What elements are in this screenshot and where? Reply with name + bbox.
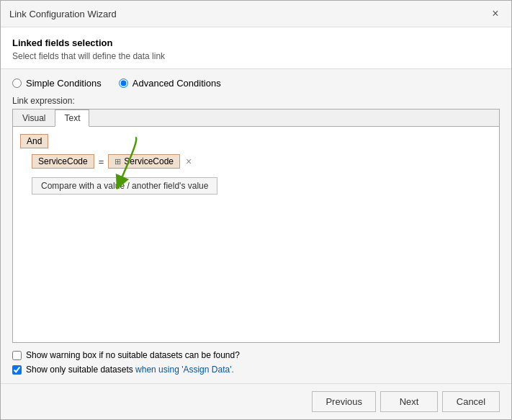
suitable-label-highlighted: when using 'Assign Data'. (133, 365, 234, 375)
right-field-badge: ⊞ ServiceCode (108, 154, 180, 169)
close-button[interactable]: × (488, 6, 503, 21)
advanced-conditions-radio[interactable] (119, 79, 128, 88)
and-operator-badge: And (20, 134, 48, 148)
tab-visual[interactable]: Visual (13, 110, 55, 126)
tab-bar: Visual Text (13, 110, 499, 127)
advanced-conditions-label: Advanced Conditions (133, 78, 221, 89)
header-section: Linked fields selection Select fields th… (1, 27, 511, 69)
link-expression-label: Link expression: (12, 96, 500, 106)
cancel-button[interactable]: Cancel (442, 391, 500, 412)
warn-checkbox[interactable] (12, 351, 22, 360)
advanced-conditions-option[interactable]: Advanced Conditions (119, 78, 221, 89)
previous-button[interactable]: Previous (312, 391, 376, 412)
simple-conditions-radio[interactable] (12, 79, 22, 88)
right-field-label: ServiceCode (124, 156, 174, 166)
next-button[interactable]: Next (380, 391, 438, 412)
tab-content-area: And ServiceCode = ⊞ ServiceCode × Compar… (13, 127, 499, 342)
equals-sign: = (99, 156, 104, 167)
condition-type-radio-group: Simple Conditions Advanced Conditions (12, 78, 500, 89)
warn-label: Show warning box if no suitable datasets… (26, 350, 240, 360)
options-section: Show warning box if no suitable datasets… (12, 350, 500, 375)
simple-conditions-label: Simple Conditions (26, 78, 102, 89)
content-area: Simple Conditions Advanced Conditions Li… (1, 69, 511, 383)
title-bar: Link Configuration Wizard × (1, 1, 511, 27)
suitable-label: Show only suitable datasets when using '… (26, 365, 234, 375)
simple-conditions-option[interactable]: Simple Conditions (12, 78, 102, 89)
tab-text[interactable]: Text (55, 110, 89, 127)
field-icon: ⊞ (114, 157, 121, 166)
suitable-label-before: Show only suitable datasets (26, 365, 133, 375)
left-field-badge: ServiceCode (32, 154, 94, 169)
dialog-window: Link Configuration Wizard × Linked field… (0, 0, 512, 420)
dialog-footer: Previous Next Cancel (1, 383, 511, 419)
header-title: Linked fields selection (12, 37, 500, 48)
dialog-title: Link Configuration Wizard (9, 9, 117, 19)
expression-editor: Visual Text And ServiceCode (12, 109, 500, 343)
header-subtitle: Select fields that will define the data … (12, 51, 500, 61)
condition-row: ServiceCode = ⊞ ServiceCode × (32, 154, 492, 169)
remove-condition-button[interactable]: × (184, 156, 193, 167)
suitable-checkbox[interactable] (12, 365, 22, 375)
warn-checkbox-row: Show warning box if no suitable datasets… (12, 350, 500, 360)
compare-button[interactable]: Compare with a value / another field's v… (32, 177, 217, 195)
suitable-checkbox-row: Show only suitable datasets when using '… (12, 365, 500, 375)
